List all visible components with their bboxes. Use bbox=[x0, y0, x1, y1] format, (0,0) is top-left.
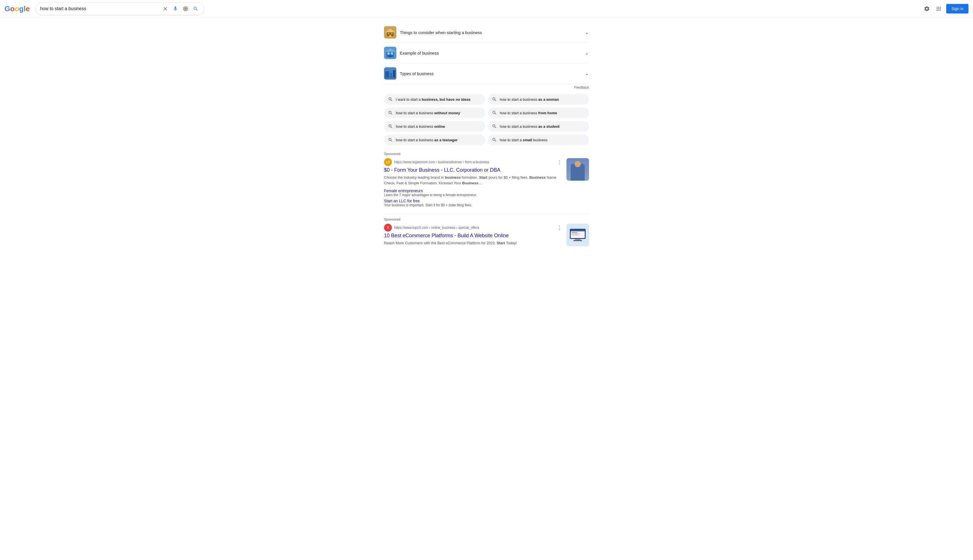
search-icon bbox=[193, 6, 199, 12]
svg-rect-23 bbox=[571, 232, 577, 233]
ad-image-top10 bbox=[566, 224, 589, 246]
ad-sublink-desc-1: Learn the 7 major advantages to being a … bbox=[384, 193, 563, 197]
camera-icon bbox=[183, 6, 189, 12]
ad-card-top10: T https://www.top10.com › online_busines… bbox=[384, 224, 589, 249]
settings-button[interactable] bbox=[923, 5, 931, 13]
svg-rect-12 bbox=[389, 55, 392, 57]
related-searches-grid: i want to start a business, but have no … bbox=[384, 94, 589, 145]
svg-rect-25 bbox=[571, 235, 579, 235]
related-chip-online[interactable]: how to start a business online bbox=[384, 121, 485, 132]
related-chip-from-home[interactable]: how to start a business from home bbox=[488, 107, 589, 118]
main-content: Things to consider when starting a busin… bbox=[379, 18, 594, 260]
ad-sublink-desc-2: Your business is important. Start it for… bbox=[384, 203, 563, 207]
header-right: Sign in bbox=[923, 4, 968, 13]
clear-icon bbox=[162, 6, 168, 12]
chip-text: how to start a business as a teenager bbox=[396, 138, 458, 142]
microphone-icon bbox=[173, 6, 178, 12]
apps-button[interactable] bbox=[935, 5, 943, 13]
search-icon bbox=[388, 137, 393, 142]
chevron-down-icon: ⌄ bbox=[585, 29, 589, 35]
chip-text: how to start a small business bbox=[500, 138, 547, 142]
search-icon bbox=[388, 110, 393, 115]
search-icon bbox=[492, 97, 497, 102]
expandable-item-types[interactable]: Types of business ⌄ bbox=[384, 63, 589, 84]
svg-rect-11 bbox=[391, 52, 393, 55]
chevron-down-icon-3: ⌄ bbox=[585, 70, 589, 77]
chevron-down-icon-2: ⌄ bbox=[585, 50, 589, 56]
thumb-example bbox=[384, 47, 396, 59]
chip-text: i want to start a business, but have no … bbox=[396, 97, 471, 102]
ad-sublink-item-2: Start an LLC for free Your business is i… bbox=[384, 199, 563, 207]
search-icon bbox=[492, 110, 497, 115]
related-chip-as-teenager[interactable]: how to start a business as a teenager bbox=[384, 135, 485, 145]
ad-header-legalzoom: LZ https://www.legalzoom.com › businessl… bbox=[384, 158, 563, 166]
svg-rect-17 bbox=[393, 70, 395, 77]
monitor-graphic bbox=[566, 224, 589, 246]
expandable-text-types: Types of business bbox=[400, 71, 581, 76]
svg-rect-10 bbox=[387, 52, 390, 55]
chip-text: how to start a business as a woman bbox=[500, 97, 559, 102]
related-chip-without-money[interactable]: how to start a business without money bbox=[384, 107, 485, 118]
google-logo: Google bbox=[5, 5, 30, 13]
ad-description-top10: Reach More Customers with the Best eComm… bbox=[384, 240, 563, 246]
ad-sublink-item-1: Female entrepreneurs Learn the 7 major a… bbox=[384, 188, 563, 197]
ad-more-button-top10[interactable]: ⋮ bbox=[556, 225, 563, 231]
expandable-item-consider[interactable]: Things to consider when starting a busin… bbox=[384, 22, 589, 43]
expandable-text-example: Example of business bbox=[400, 51, 581, 55]
sponsored-section-2: Sponsored T https://www.top10.com › onli… bbox=[384, 218, 589, 249]
feedback-link[interactable]: Feedback bbox=[384, 84, 589, 94]
ad-content-top10: T https://www.top10.com › online_busines… bbox=[384, 224, 563, 249]
sponsored-label-2: Sponsored bbox=[384, 218, 589, 222]
svg-rect-22 bbox=[571, 230, 585, 231]
ad-sublinks-legalzoom: Female entrepreneurs Learn the 7 major a… bbox=[384, 188, 563, 207]
search-bar[interactable] bbox=[35, 2, 204, 15]
chip-text: how to start a business from home bbox=[500, 111, 557, 115]
ad-card-legalzoom: LZ https://www.legalzoom.com › businessl… bbox=[384, 158, 589, 207]
header: Google bbox=[0, 0, 973, 18]
sponsored-section-1: Sponsored LZ https://www.legalzoom.com ›… bbox=[384, 152, 589, 207]
related-chip-as-student[interactable]: how to start a business as a student bbox=[488, 121, 589, 132]
ad-domain-top10: https://www.top10.com › online_business … bbox=[394, 226, 554, 230]
svg-rect-26 bbox=[575, 239, 581, 240]
ad-logo-legalzoom: LZ bbox=[384, 158, 392, 166]
search-icon bbox=[388, 97, 393, 102]
thumb-types bbox=[384, 67, 396, 80]
ad-sublink-llc-free[interactable]: Start an LLC for free bbox=[384, 199, 563, 203]
search-icon bbox=[492, 137, 497, 142]
ad-sublink-female-entrepreneurs[interactable]: Female entrepreneurs bbox=[384, 188, 563, 193]
gear-icon bbox=[924, 6, 930, 12]
ad-domain-legalzoom: https://www.legalzoom.com › businesslice… bbox=[394, 160, 554, 164]
chip-text: how to start a business as a student bbox=[500, 124, 559, 128]
ad-header-top10: T https://www.top10.com › online_busines… bbox=[384, 224, 563, 232]
ad-title-top10[interactable]: 10 Best eCommerce Platforms - Build A We… bbox=[384, 233, 563, 238]
voice-search-button[interactable] bbox=[172, 5, 179, 13]
search-icon bbox=[388, 124, 393, 129]
related-chip-as-woman[interactable]: how to start a business as a woman bbox=[488, 94, 589, 105]
ad-title-legalzoom[interactable]: $0 - Form Your Business - LLC, Corporati… bbox=[384, 167, 563, 173]
search-input[interactable] bbox=[40, 6, 159, 11]
search-icon bbox=[492, 124, 497, 129]
sponsored-label-1: Sponsored bbox=[384, 152, 589, 156]
expandable-item-example[interactable]: Example of business ⌄ bbox=[384, 43, 589, 63]
svg-rect-24 bbox=[571, 233, 580, 234]
ad-more-button-legalzoom[interactable]: ⋮ bbox=[556, 159, 563, 165]
svg-rect-18 bbox=[384, 77, 396, 78]
ad-logo-top10: T bbox=[384, 224, 392, 232]
ad-image-legalzoom bbox=[566, 158, 589, 181]
search-submit-button[interactable] bbox=[192, 5, 200, 13]
svg-rect-16 bbox=[390, 73, 392, 77]
chip-text: how to start a business online bbox=[396, 124, 445, 128]
clear-button[interactable] bbox=[161, 5, 169, 13]
sign-in-button[interactable]: Sign in bbox=[946, 4, 968, 13]
ad-description-legalzoom: Choose the industry-leading brand in bus… bbox=[384, 175, 563, 186]
svg-rect-4 bbox=[388, 33, 389, 34]
image-search-button[interactable] bbox=[182, 5, 189, 13]
expandable-text-consider: Things to consider when starting a busin… bbox=[400, 30, 581, 35]
search-actions bbox=[161, 5, 200, 13]
related-chip-small[interactable]: how to start a small business bbox=[488, 135, 589, 145]
svg-rect-27 bbox=[574, 240, 582, 241]
person-silhouette bbox=[566, 158, 589, 181]
divider bbox=[384, 214, 589, 214]
svg-rect-5 bbox=[391, 33, 392, 34]
related-chip-no-ideas[interactable]: i want to start a business, but have no … bbox=[384, 94, 485, 105]
